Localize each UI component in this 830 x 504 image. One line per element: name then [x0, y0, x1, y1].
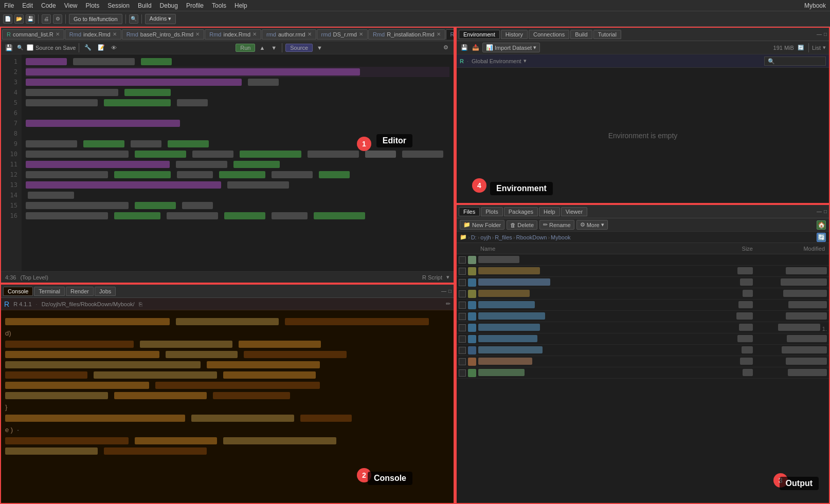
close-tab-command-list[interactable]: ✕	[56, 31, 60, 37]
close-tab-ds[interactable]: ✕	[359, 31, 363, 37]
file-checkbox[interactable]	[459, 347, 466, 354]
code-content[interactable]: 1 Editor	[22, 54, 454, 271]
close-tab-index2[interactable]: ✕	[252, 31, 257, 37]
editor-settings-icon[interactable]: ⚙	[441, 44, 450, 51]
copy-path-icon[interactable]: ⎘	[139, 301, 142, 307]
run-btn[interactable]: Run	[236, 44, 255, 52]
menu-plots[interactable]: Plots	[86, 2, 100, 9]
menu-edit[interactable]: Edit	[22, 2, 33, 9]
editor-spell-btn[interactable]: 📝	[96, 44, 107, 51]
source-btn[interactable]: Source	[285, 44, 313, 52]
breadcrumb-oyjh[interactable]: oyjh	[480, 234, 491, 240]
breadcrumb-r-files[interactable]: R_files	[495, 234, 512, 240]
file-row[interactable]	[457, 356, 829, 367]
output-maximize[interactable]: □	[824, 209, 827, 214]
menu-build[interactable]: Build	[138, 2, 152, 9]
refresh-icon[interactable]: 🔄	[796, 43, 805, 52]
file-checkbox[interactable]	[459, 358, 466, 365]
console-minimize[interactable]: —	[441, 288, 446, 294]
global-env-dropdown[interactable]: ▾	[524, 58, 527, 64]
tab-history[interactable]: History	[501, 30, 528, 39]
breadcrumb-mybook[interactable]: Mybook	[551, 234, 571, 240]
settings-btn[interactable]: ⚙	[53, 14, 62, 24]
editor-find-icon[interactable]: 🔍	[15, 43, 25, 52]
file-checkbox[interactable]	[459, 290, 466, 297]
go-to-file-btn[interactable]: Go to file/function	[69, 14, 122, 24]
file-row[interactable]	[457, 345, 829, 356]
more-btn[interactable]: ⚙ More ▾	[576, 220, 608, 230]
tab-jobs[interactable]: Jobs	[95, 287, 116, 296]
global-env-label[interactable]: Global Environment	[472, 58, 521, 64]
file-row[interactable]	[457, 300, 829, 311]
delete-btn[interactable]: 🗑 Delete	[507, 220, 537, 230]
tab-command-list[interactable]: R command_list.R ✕	[2, 29, 64, 40]
file-checkbox[interactable]	[459, 302, 466, 309]
env-minimize[interactable]: —	[817, 31, 822, 37]
file-checkbox[interactable]	[459, 335, 466, 343]
tab-connections[interactable]: Connections	[529, 30, 569, 39]
search-btn[interactable]: 🔍	[129, 14, 138, 24]
menu-profile[interactable]: Profile	[186, 2, 204, 9]
rename-btn[interactable]: ✏ Rename	[539, 220, 574, 230]
menu-code[interactable]: Code	[41, 2, 56, 9]
file-row[interactable]	[457, 277, 829, 288]
file-checkbox[interactable]	[459, 256, 466, 264]
file-row[interactable]: 1.	[457, 322, 829, 333]
tab-index-rmd[interactable]: Rmd index.Rmd ✕	[65, 29, 121, 40]
file-row[interactable]	[457, 266, 829, 277]
save-btn[interactable]: 💾	[26, 14, 35, 24]
file-checkbox[interactable]	[459, 268, 466, 275]
breadcrumb-rbookdown[interactable]: RbookDown	[516, 234, 547, 240]
env-maximize[interactable]: □	[824, 31, 827, 37]
console-edit-icon[interactable]: ✏	[446, 301, 450, 307]
tab-packages[interactable]: Packages	[504, 207, 538, 216]
new-folder-btn[interactable]: 📁 New Folder	[460, 220, 504, 230]
source-on-save-checkbox[interactable]	[27, 44, 33, 51]
files-home-icon[interactable]: 🏠	[817, 220, 826, 230]
env-load-icon[interactable]: 📥	[471, 43, 480, 52]
output-minimize[interactable]: —	[817, 209, 822, 214]
files-sync-icon[interactable]: 🔄	[817, 233, 826, 242]
file-row[interactable]	[457, 288, 829, 300]
tab-index-rmd2[interactable]: Rmd index.Rmd ✕	[205, 29, 261, 40]
env-save-icon[interactable]: 💾	[460, 43, 469, 52]
tab-ds-r[interactable]: rmd DS_r.rmd ✕	[317, 29, 368, 40]
close-tab-baseR-intro[interactable]: ✕	[195, 31, 200, 37]
menu-tools[interactable]: Tools	[212, 2, 226, 9]
more-dropdown-icon[interactable]: ▾	[601, 221, 604, 228]
source-dropdown-icon[interactable]: ▼	[315, 44, 324, 51]
import-dataset-btn[interactable]: 📊 Import Dataset ▾	[482, 43, 540, 52]
open-file-btn[interactable]: 📂	[14, 14, 24, 24]
env-search-input[interactable]	[764, 57, 826, 66]
menu-debug[interactable]: Debug	[160, 2, 178, 9]
console-maximize[interactable]: □	[448, 288, 452, 294]
tab-plots[interactable]: Plots	[481, 207, 502, 216]
tab-terminal[interactable]: Terminal	[34, 287, 65, 296]
file-row[interactable]	[457, 367, 829, 379]
file-checkbox[interactable]	[459, 313, 466, 320]
tab-r-installation[interactable]: Rmd R_installation.Rmd ✕	[368, 29, 445, 40]
tab-baseR-intro[interactable]: Rmd baseR_intro_ds.Rmd ✕	[122, 29, 205, 40]
close-tab-index[interactable]: ✕	[113, 31, 117, 37]
file-checkbox[interactable]	[459, 279, 466, 286]
tab-files[interactable]: Files	[459, 207, 480, 216]
list-view-dropdown[interactable]: ▾	[823, 44, 826, 51]
addins-btn[interactable]: Addins ▾	[145, 14, 176, 24]
close-tab-r-install[interactable]: ✕	[437, 31, 441, 37]
tab-baseR-install[interactable]: Rmd baseR_install.Rmd ✕	[446, 29, 454, 40]
import-dropdown-icon[interactable]: ▾	[533, 44, 536, 51]
file-row[interactable]	[457, 311, 829, 322]
editor-save-icon[interactable]: 💾	[4, 43, 13, 52]
run-up-icon[interactable]: ▲	[257, 44, 267, 51]
menu-file[interactable]: File	[4, 2, 14, 9]
file-row[interactable]	[457, 254, 829, 266]
tab-help[interactable]: Help	[539, 207, 560, 216]
tab-viewer[interactable]: Viewer	[561, 207, 587, 216]
editor-view-btn[interactable]: 👁	[109, 44, 119, 51]
tab-console[interactable]: Console	[3, 287, 33, 296]
new-file-btn[interactable]: 📄	[3, 14, 12, 24]
run-down-icon[interactable]: ▼	[269, 44, 279, 51]
editor-format-btn[interactable]: 🔧	[82, 44, 94, 51]
file-checkbox[interactable]	[459, 369, 466, 377]
close-tab-author[interactable]: ✕	[308, 31, 312, 37]
